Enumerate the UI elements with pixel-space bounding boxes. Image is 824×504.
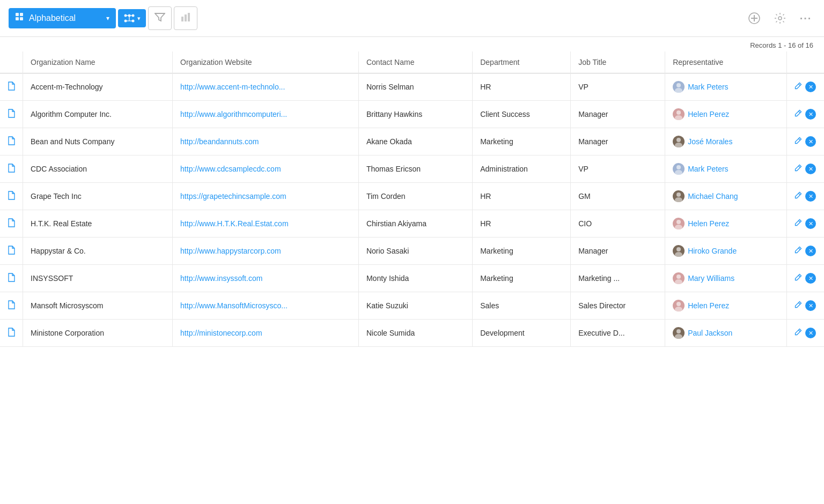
org-name-cell: H.T.K. Real Estate [23,210,173,238]
row-doc-icon [0,265,23,292]
representative-cell[interactable]: Mary Williams [665,265,786,292]
delete-button[interactable]: ✕ [805,300,816,311]
rep-name[interactable]: Helen Perez [688,110,729,118]
more-options-button[interactable]: ··· [796,9,815,28]
delete-button[interactable]: ✕ [805,191,816,202]
action-cell[interactable]: ✕ [786,320,824,347]
website-cell[interactable]: http://www.H.T.K.Real.Estat.com [173,210,359,238]
edit-button[interactable] [794,273,802,283]
rep-name[interactable]: Mark Peters [688,165,728,173]
edit-button[interactable] [794,246,802,256]
representative-cell[interactable]: Helen Perez [665,292,786,320]
row-actions: ✕ [794,164,817,174]
website-cell[interactable]: https://grapetechincsample.com [173,183,359,210]
website-cell[interactable]: http://www.algorithmcomputeri... [173,101,359,128]
rep-name[interactable]: Helen Perez [688,219,729,228]
action-cell[interactable]: ✕ [786,265,824,292]
rep-name[interactable]: Helen Perez [688,301,729,310]
rep-cell: Mark Peters [673,163,778,175]
svg-point-48 [676,329,681,333]
chart-button[interactable] [174,6,197,30]
table-row: Bean and Nuts Companyhttp://beandannuts.… [0,128,824,155]
view-mode-button[interactable]: ▾ [118,9,146,27]
website-cell[interactable]: http://beandannuts.com [173,128,359,155]
svg-line-47 [799,303,800,305]
action-cell[interactable]: ✕ [786,128,824,155]
website-cell[interactable]: http://www.MansoftMicrosysco... [173,292,359,320]
delete-button[interactable]: ✕ [805,328,816,338]
add-button[interactable] [745,9,764,28]
rep-cell: Mary Williams [673,272,778,284]
website-cell[interactable]: http://www.insyssoft.com [173,265,359,292]
delete-button[interactable]: ✕ [805,273,816,284]
website-link[interactable]: http://www.accent-m-technolo... [180,83,285,91]
website-link[interactable]: http://www.cdcsamplecdc.com [180,165,281,173]
website-link[interactable]: http://beandannuts.com [180,137,259,146]
website-link[interactable]: http://www.happystarcorp.com [180,247,281,255]
representative-cell[interactable]: José Morales [665,128,786,155]
contact-name-cell: Chirstian Akiyama [358,210,472,238]
action-cell[interactable]: ✕ [786,155,824,183]
website-link[interactable]: http://www.insyssoft.com [180,274,262,283]
rep-name[interactable]: Hiroko Grande [688,247,737,255]
rep-name[interactable]: Mark Peters [688,83,728,91]
edit-button[interactable] [794,328,802,338]
sort-selector[interactable]: Alphabetical ▾ [9,8,116,28]
website-link[interactable]: http://ministonecorp.com [180,329,262,337]
rep-name[interactable]: Mary Williams [688,274,734,283]
rep-name[interactable]: Paul Jackson [688,329,732,337]
svg-line-50 [799,330,800,332]
representative-cell[interactable]: Paul Jackson [665,320,786,347]
delete-button[interactable]: ✕ [805,81,816,92]
representative-cell[interactable]: Mark Peters [665,73,786,101]
representative-cell[interactable]: Helen Perez [665,101,786,128]
delete-button[interactable]: ✕ [805,246,816,256]
website-cell[interactable]: http://www.cdcsamplecdc.com [173,155,359,183]
representative-cell[interactable]: Hiroko Grande [665,238,786,265]
edit-button[interactable] [794,109,802,119]
website-link[interactable]: http://www.MansoftMicrosysco... [180,301,288,310]
svg-rect-14 [181,17,183,21]
website-cell[interactable]: http://ministonecorp.com [173,320,359,347]
job-title-cell: CIO [571,210,665,238]
action-cell[interactable]: ✕ [786,238,824,265]
action-cell[interactable]: ✕ [786,101,824,128]
rep-name[interactable]: Michael Chang [688,192,738,201]
delete-button[interactable]: ✕ [805,136,816,147]
delete-button[interactable]: ✕ [805,109,816,120]
edit-button[interactable] [794,164,802,174]
edit-button[interactable] [794,137,802,146]
edit-button[interactable] [794,82,802,92]
filter-icon [154,12,165,25]
job-title-cell: VP [571,73,665,101]
action-cell[interactable]: ✕ [786,73,824,101]
contact-name-cell: Norris Selman [358,73,472,101]
svg-point-25 [675,115,682,120]
website-link[interactable]: https://grapetechincsample.com [180,192,286,201]
job-title-cell: Executive D... [571,320,665,347]
bar-chart-icon [181,12,190,25]
org-name-cell: Accent-m-Technology [23,73,173,101]
edit-button[interactable] [794,219,802,228]
svg-point-43 [675,279,682,284]
representative-cell[interactable]: Mark Peters [665,155,786,183]
representative-cell[interactable]: Michael Chang [665,183,786,210]
action-cell[interactable]: ✕ [786,292,824,320]
website-link[interactable]: http://www.H.T.K.Real.Estat.com [180,219,289,228]
settings-button[interactable] [770,9,790,28]
representative-cell[interactable]: Helen Perez [665,210,786,238]
edit-button[interactable] [794,301,802,310]
rep-name[interactable]: José Morales [688,137,732,146]
website-cell[interactable]: http://www.happystarcorp.com [173,238,359,265]
row-doc-icon [0,210,23,238]
action-cell[interactable]: ✕ [786,210,824,238]
delete-button[interactable]: ✕ [805,164,816,174]
website-cell[interactable]: http://www.accent-m-technolo... [173,73,359,101]
delete-button[interactable]: ✕ [805,218,816,229]
edit-button[interactable] [794,191,802,201]
action-cell[interactable]: ✕ [786,183,824,210]
website-link[interactable]: http://www.algorithmcomputeri... [180,110,287,118]
filter-button[interactable] [148,6,172,30]
row-doc-icon [0,128,23,155]
department-cell: Development [473,320,571,347]
